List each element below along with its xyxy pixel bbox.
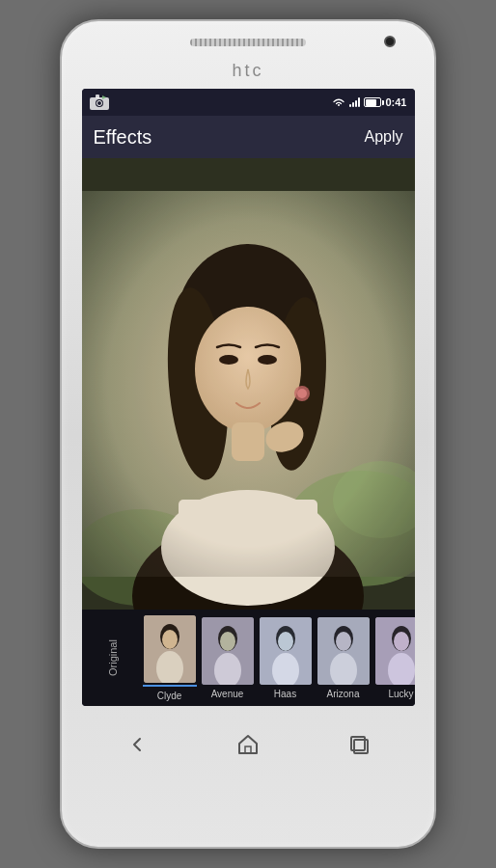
filter-label-haas: Haas xyxy=(274,689,296,699)
filter-label-lucky: Lucky xyxy=(388,689,413,699)
svg-rect-23 xyxy=(82,191,415,577)
app-top-bar: Effects Apply xyxy=(82,116,415,158)
filter-thumb-arizona xyxy=(317,617,370,685)
phone-top-section: htc xyxy=(62,21,434,89)
battery-icon xyxy=(364,97,381,107)
svg-rect-28 xyxy=(144,615,196,683)
filter-thumb-lucky xyxy=(375,617,415,685)
recent-icon xyxy=(347,733,371,756)
svg-rect-49 xyxy=(245,746,251,753)
filter-label-clyde: Clyde xyxy=(157,691,182,701)
filter-label-arizona: Arizona xyxy=(327,689,360,699)
front-camera xyxy=(384,36,396,47)
main-photo-area xyxy=(82,158,415,610)
filter-item-clyde[interactable]: Clyde xyxy=(143,615,197,701)
filter-item-arizona[interactable]: Arizona xyxy=(317,617,371,699)
back-icon xyxy=(125,733,149,756)
home-button[interactable] xyxy=(227,723,269,766)
signal-icon xyxy=(349,97,360,107)
filter-thumb-clyde xyxy=(144,615,196,683)
svg-rect-48 xyxy=(375,617,415,685)
filter-thumb-avenue xyxy=(202,617,254,685)
wifi-icon xyxy=(332,97,345,107)
svg-rect-3 xyxy=(96,95,99,98)
back-button[interactable] xyxy=(116,723,158,766)
apply-button[interactable]: Apply xyxy=(364,128,402,146)
nav-bar xyxy=(62,716,434,773)
status-bar: 0:41 xyxy=(82,89,415,116)
filter-label-avenue: Avenue xyxy=(211,689,244,699)
filter-selected-indicator xyxy=(143,685,197,687)
filter-original[interactable]: Original xyxy=(86,615,139,700)
phone-bottom xyxy=(62,706,434,847)
phone-device: htc xyxy=(60,19,436,849)
svg-rect-43 xyxy=(317,617,370,685)
status-left xyxy=(90,95,109,110)
page-title: Effects xyxy=(94,126,152,149)
recent-button[interactable] xyxy=(338,723,380,766)
status-right: 0:41 xyxy=(332,96,406,108)
brand-label: htc xyxy=(232,61,263,81)
speaker-grille xyxy=(190,39,306,46)
filter-item-lucky[interactable]: Lucky xyxy=(374,617,415,699)
home-icon xyxy=(236,733,260,756)
status-time: 0:41 xyxy=(385,96,406,108)
filter-item-avenue[interactable]: Avenue xyxy=(201,617,255,699)
svg-rect-38 xyxy=(260,617,312,685)
phone-screen: 0:41 Effects Apply xyxy=(82,89,415,706)
filter-thumb-haas xyxy=(260,617,312,685)
camera-status-icon xyxy=(90,95,109,110)
svg-rect-33 xyxy=(202,617,254,685)
filter-item-haas[interactable]: Haas xyxy=(259,617,313,699)
main-photo-svg xyxy=(82,158,415,610)
filter-strip: Original Clyde xyxy=(82,610,415,706)
filter-original-label: Original xyxy=(106,639,118,676)
